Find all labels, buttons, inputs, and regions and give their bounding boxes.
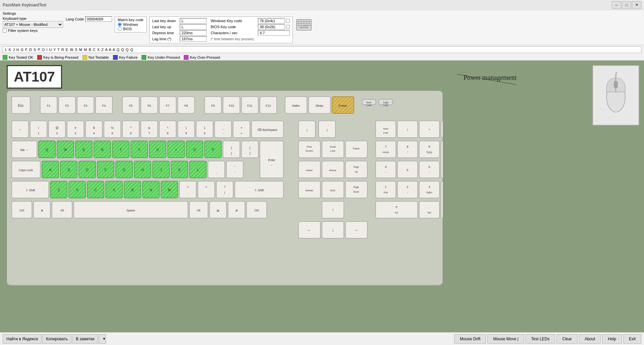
last-key-up-value: L bbox=[180, 24, 207, 30]
svg-text:&: & bbox=[148, 126, 150, 130]
close-button[interactable]: ✕ bbox=[632, 1, 641, 9]
legend-failure-label: Key Failure bbox=[119, 55, 138, 59]
settings-title: Settings bbox=[3, 11, 641, 15]
windows-radio[interactable] bbox=[118, 22, 122, 27]
svg-text:Down: Down bbox=[353, 191, 359, 193]
lang-code-value: 00004009 bbox=[85, 16, 112, 22]
legend-tested-color bbox=[3, 55, 7, 60]
test-leds-button[interactable]: Test LEDs bbox=[526, 334, 555, 344]
svg-text:5: 5 bbox=[407, 168, 408, 172]
svg-text:O: O bbox=[193, 148, 196, 152]
legend-under-pressed-color bbox=[142, 55, 146, 60]
svg-text:B: B bbox=[131, 188, 134, 192]
svg-text:E: E bbox=[83, 148, 85, 152]
svg-text:⌫ Backspace: ⌫ Backspace bbox=[257, 128, 277, 132]
svg-text:Y: Y bbox=[138, 148, 141, 152]
legend-failure: Key Failure bbox=[113, 55, 138, 60]
bottom-bar: Найти в Яндексе Копировать В заметки ▼ M… bbox=[0, 332, 644, 345]
svg-rect-182 bbox=[216, 181, 233, 198]
svg-text:?: ? bbox=[224, 185, 225, 189]
svg-text:=: = bbox=[240, 132, 242, 135]
title-bar: PassMark KeyboardTest ─ □ ✕ bbox=[0, 0, 644, 10]
svg-rect-242 bbox=[376, 141, 396, 158]
keyboard-type-select[interactable]: AT107 + Mouse - Modified bbox=[3, 21, 63, 28]
keyboard-icon bbox=[296, 16, 312, 33]
svg-text:%: % bbox=[111, 126, 114, 130]
clear-button[interactable]: Clear bbox=[556, 334, 578, 344]
svg-text:Esc: Esc bbox=[18, 104, 24, 107]
svg-rect-12 bbox=[300, 25, 302, 26]
bios-code-check[interactable] bbox=[286, 25, 290, 29]
svg-text:Home: Home bbox=[383, 151, 389, 153]
svg-text:J: J bbox=[160, 168, 162, 172]
last-key-down-label: Last key down bbox=[152, 19, 176, 23]
notes-button[interactable]: В заметки bbox=[72, 334, 98, 344]
svg-text:-: - bbox=[223, 132, 224, 135]
svg-rect-275 bbox=[419, 201, 439, 218]
svg-text:0: 0 bbox=[395, 205, 397, 209]
svg-rect-215 bbox=[345, 161, 367, 178]
app-title: PassMark KeyboardTest bbox=[3, 3, 612, 7]
lang-code-section: Lang Code 00004009 bbox=[66, 16, 112, 22]
svg-text:↑: ↑ bbox=[407, 151, 408, 154]
svg-text:{: { bbox=[231, 146, 232, 150]
svg-text:↓: ↓ bbox=[407, 191, 408, 194]
maximize-button[interactable]: □ bbox=[622, 1, 631, 9]
bios-radio[interactable] bbox=[118, 27, 122, 31]
windows-code-check[interactable] bbox=[286, 19, 290, 23]
key-info-grid: Last key down L Windows Key code 76 (0x4… bbox=[149, 16, 293, 43]
svg-rect-5 bbox=[308, 21, 310, 22]
keyboard-area: AT107 Power management Esc F1 bbox=[0, 60, 644, 335]
svg-text:V: V bbox=[113, 188, 115, 192]
svg-rect-9 bbox=[306, 23, 308, 24]
svg-text:U: U bbox=[156, 148, 159, 152]
lag-time-note: (* time between key presses) bbox=[211, 37, 254, 41]
about-button[interactable]: About bbox=[579, 334, 601, 344]
exit-button[interactable]: Exit bbox=[623, 334, 641, 344]
legend-being-pressed-color bbox=[37, 55, 42, 60]
svg-text:F12: F12 bbox=[266, 104, 271, 107]
svg-text:Num: Num bbox=[383, 128, 388, 130]
last-key-up-label: Last key up bbox=[152, 25, 176, 29]
svg-text:Scroll: Scroll bbox=[330, 146, 336, 148]
mouse-drift-button[interactable]: Mouse Drift bbox=[454, 334, 486, 344]
svg-text:8: 8 bbox=[407, 145, 408, 148]
svg-text:Page: Page bbox=[354, 166, 359, 168]
windows-label: Windows bbox=[123, 22, 138, 27]
bios-key-code-label: BIOS Key code bbox=[211, 25, 254, 29]
legend-being-pressed-label: Key is Being Pressed bbox=[43, 55, 78, 59]
svg-text:4: 4 bbox=[385, 165, 386, 168]
svg-text:H: H bbox=[141, 168, 144, 172]
svg-text:(: ( bbox=[186, 126, 187, 130]
svg-text:*: * bbox=[167, 126, 168, 130]
match-key-code-box: Match key code Windows BIOS bbox=[115, 16, 147, 33]
legend: Key Tested OK Key is Being Pressed Not T… bbox=[0, 54, 644, 60]
svg-text:Page: Page bbox=[354, 186, 359, 189]
svg-text:Alt: Alt bbox=[197, 209, 201, 212]
svg-text:1: 1 bbox=[38, 132, 39, 135]
svg-text:": " bbox=[234, 165, 235, 168]
yandex-search-button[interactable]: Найти в Яндексе bbox=[3, 334, 42, 344]
svg-text:_: _ bbox=[222, 126, 224, 130]
minimize-button[interactable]: ─ bbox=[612, 1, 621, 9]
svg-text:3: 3 bbox=[74, 132, 76, 135]
svg-text:PgDn: PgDn bbox=[426, 191, 432, 194]
bios-key-code-value: 38 (0x26) bbox=[258, 24, 285, 30]
copy-button[interactable]: Копировать bbox=[42, 334, 71, 344]
mouse-move-button[interactable]: Mouse Move | bbox=[487, 334, 524, 344]
svg-text:→: → bbox=[428, 171, 431, 174]
svg-text:Num: Num bbox=[367, 101, 372, 104]
svg-rect-203 bbox=[299, 141, 320, 158]
help-button[interactable]: Help bbox=[602, 334, 622, 344]
svg-text:L: L bbox=[197, 168, 199, 172]
svg-text:F1: F1 bbox=[47, 104, 51, 107]
yandex-dropdown[interactable]: ▼ bbox=[99, 334, 106, 344]
filter-system-keys-checkbox[interactable] bbox=[3, 29, 7, 33]
filter-row: Filter system keys bbox=[3, 29, 63, 33]
keyboard-svg: Esc F1 F2 F3 F4 F5 F6 F7 F8 F9 F10 F11 F… bbox=[7, 91, 443, 305]
svg-text:C: C bbox=[94, 188, 97, 192]
windows-key-code-label: Windows Key code bbox=[211, 19, 254, 23]
svg-text:→: → bbox=[354, 228, 358, 233]
last-key-down-value: L bbox=[180, 18, 207, 23]
svg-text:2: 2 bbox=[407, 185, 408, 189]
